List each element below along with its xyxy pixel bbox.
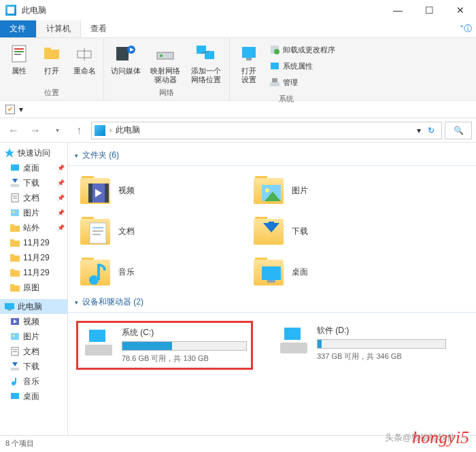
status-bar: 8 个项目 [0, 435, 476, 451]
uninstall-button[interactable]: 卸载或更改程序 [269, 42, 335, 57]
ribbon-tabs: 文件 计算机 查看 ˄ ⓘ [0, 20, 476, 38]
sidebar-item-label: 图片 [23, 207, 39, 219]
item-icon [10, 361, 20, 372]
properties-button[interactable]: 属性 [4, 41, 34, 75]
tab-file[interactable]: 文件 [0, 20, 36, 37]
svg-rect-51 [11, 368, 19, 370]
drive-name: 系统 (C:) [122, 327, 247, 338]
folder-icon [10, 267, 20, 278]
svg-rect-32 [10, 226, 20, 232]
sidebar-item[interactable]: 11月29 [0, 235, 67, 250]
sidebar-item[interactable]: 11月29 [0, 250, 67, 265]
svg-rect-39 [10, 269, 14, 271]
drive-item[interactable]: 软件 (D:)337 GB 可用，共 346 GB [273, 321, 450, 370]
svg-marker-52 [12, 362, 18, 366]
folder-icon [252, 174, 285, 207]
svg-rect-16 [242, 47, 256, 58]
settings-icon [238, 43, 260, 65]
ribbon-group-location: 属性 打开 重命名 位置 [0, 38, 104, 100]
sidebar-item[interactable]: 站外📌 [0, 220, 67, 235]
qat-caret[interactable]: ▾ [19, 105, 23, 114]
sidebar-this-pc[interactable]: 此电脑 [0, 299, 67, 314]
sidebar-item[interactable]: 视频 [0, 314, 67, 329]
folder-icon [10, 192, 20, 203]
folder-item[interactable]: 音乐 [76, 251, 250, 292]
folder-item[interactable]: 下载 [250, 211, 423, 251]
folders-section-header[interactable]: ▾ 文件夹 (6) [68, 145, 476, 166]
sidebar-item-label: 音乐 [23, 376, 39, 387]
search-input[interactable]: 🔍 [445, 122, 472, 139]
sidebar-item[interactable]: 文档📌 [0, 190, 67, 205]
sidebar-item-label: 图片 [23, 331, 39, 343]
up-button[interactable]: ↑ [69, 121, 88, 140]
close-button[interactable]: ✕ [445, 0, 476, 20]
uninstall-icon [269, 44, 280, 55]
folder-item[interactable]: 文档 [76, 211, 250, 251]
map-drive-icon [154, 43, 176, 65]
help-button[interactable]: ˄ ⓘ [456, 20, 476, 37]
folder-icon [79, 215, 112, 247]
sidebar-item-label: 文档 [23, 346, 39, 358]
folder-item[interactable]: 桌面 [250, 251, 423, 292]
sidebar-item[interactable]: 11月29 [0, 265, 67, 280]
window-controls: — ☐ ✕ [382, 0, 476, 20]
refresh-button[interactable]: ↻ [424, 126, 439, 135]
drive-item[interactable]: 系统 (C:)78.6 GB 可用，共 130 GB [76, 321, 253, 370]
sidebar-item[interactable]: 音乐 [0, 374, 67, 389]
checkbox-icon[interactable]: ✔ [5, 105, 15, 114]
sidebar-item[interactable]: 图片 [0, 329, 67, 344]
svg-point-61 [265, 188, 269, 192]
media-button[interactable]: 访问媒体 [108, 41, 143, 75]
tab-view[interactable]: 查看 [81, 20, 117, 37]
sidebar-item[interactable]: 桌面 [0, 389, 67, 404]
pin-icon: 📌 [57, 194, 65, 201]
sidebar-item-label: 下载 [23, 361, 39, 372]
system-properties-button[interactable]: 系统属性 [269, 58, 335, 73]
drives-section-header[interactable]: ▾ 设备和驱动器 (2) [68, 292, 476, 313]
open-settings-button[interactable]: 打开 设置 [234, 41, 264, 84]
map-drive-button[interactable]: 映射网络 驱动器 [146, 41, 184, 84]
svg-rect-40 [10, 285, 20, 292]
open-button[interactable]: 打开 [37, 41, 67, 75]
svg-rect-54 [15, 378, 16, 383]
forward-button[interactable]: → [26, 121, 45, 140]
drive-usage-bar [122, 341, 247, 351]
sidebar-item[interactable]: 下载 [0, 359, 67, 374]
sidebar-item[interactable]: 图片📌 [0, 205, 67, 220]
svg-rect-35 [10, 239, 14, 241]
rename-button[interactable]: 重命名 [69, 41, 99, 75]
svg-rect-36 [10, 256, 20, 262]
main-content: ▾ 文件夹 (6) 视频图片文档下载音乐桌面 ▾ 设备和驱动器 (2) 系统 (… [68, 143, 476, 435]
svg-rect-29 [13, 198, 17, 198]
maximize-button[interactable]: ☐ [413, 0, 445, 20]
recent-locations-button[interactable]: ▾ [48, 121, 67, 140]
back-button[interactable]: ← [4, 121, 23, 140]
item-icon [10, 391, 20, 402]
svg-rect-57 [88, 184, 92, 203]
svg-rect-68 [269, 222, 274, 230]
sidebar-item[interactable]: 原图 [0, 280, 67, 295]
add-network-button[interactable]: 添加一个 网络位置 [187, 41, 225, 84]
svg-rect-58 [105, 184, 109, 203]
item-count: 8 个项目 [5, 438, 34, 449]
folder-item[interactable]: 图片 [250, 170, 423, 211]
ribbon: 属性 打开 重命名 位置 访问媒体 映射网络 驱动器 [0, 38, 476, 101]
sidebar-quick-access[interactable]: 快速访问 [0, 145, 67, 160]
sidebar-item[interactable]: 下载📌 [0, 175, 67, 190]
sidebar-item[interactable]: 桌面📌 [0, 160, 67, 175]
svg-rect-49 [13, 349, 17, 350]
breadcrumb[interactable]: 此电脑 [116, 124, 140, 136]
svg-marker-23 [5, 148, 14, 158]
svg-rect-30 [11, 209, 19, 216]
svg-point-12 [160, 54, 163, 57]
svg-rect-71 [262, 266, 281, 280]
minimize-button[interactable]: — [382, 0, 413, 20]
address-bar[interactable]: › 此电脑 ▾ ↻ [91, 122, 442, 139]
folder-item[interactable]: 视频 [76, 170, 250, 211]
manage-button[interactable]: 管理 [269, 75, 335, 90]
svg-rect-20 [271, 63, 279, 69]
pin-icon: 📌 [57, 164, 65, 171]
address-caret[interactable]: ▾ [417, 126, 421, 135]
sidebar-item[interactable]: 文档 [0, 344, 67, 359]
tab-computer[interactable]: 计算机 [36, 20, 81, 37]
